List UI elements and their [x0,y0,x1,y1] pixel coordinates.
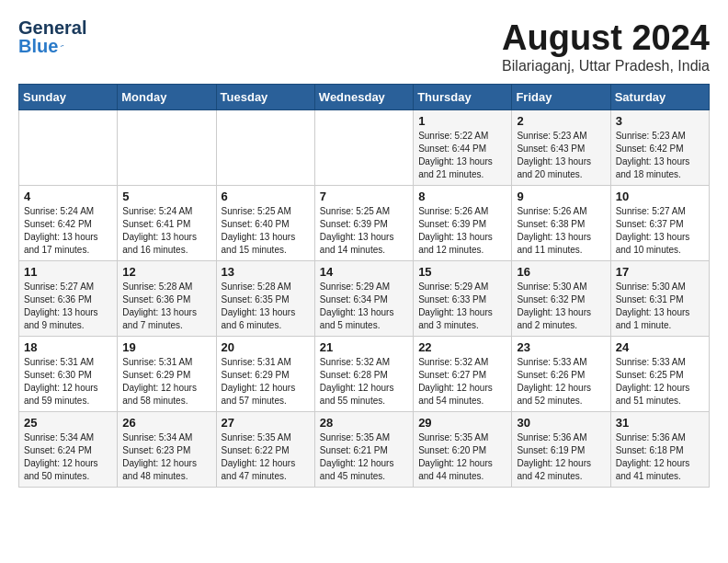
header: General Blue August 2024 Bilariaganj, Ut… [18,18,710,75]
calendar-cell: 2Sunrise: 5:23 AMSunset: 6:43 PMDaylight… [512,110,610,186]
day-number: 18 [24,340,112,354]
day-number: 2 [517,114,605,128]
day-info: Sunrise: 5:27 AMSunset: 6:37 PMDaylight:… [616,205,704,257]
calendar-cell: 18Sunrise: 5:31 AMSunset: 6:30 PMDayligh… [19,337,118,412]
day-info: Sunrise: 5:36 AMSunset: 6:18 PMDaylight:… [616,431,704,483]
day-number: 23 [517,340,605,354]
calendar-cell: 27Sunrise: 5:35 AMSunset: 6:22 PMDayligh… [216,412,314,488]
weekday-header-friday: Friday [512,85,610,110]
day-info: Sunrise: 5:32 AMSunset: 6:27 PMDaylight:… [418,356,506,408]
calendar-cell: 15Sunrise: 5:29 AMSunset: 6:33 PMDayligh… [414,261,512,337]
logo-bird-icon [60,38,64,54]
calendar-cell: 19Sunrise: 5:31 AMSunset: 6:29 PMDayligh… [118,337,216,412]
day-info: Sunrise: 5:25 AMSunset: 6:39 PMDaylight:… [320,205,408,257]
calendar-week-row: 11Sunrise: 5:27 AMSunset: 6:36 PMDayligh… [19,261,710,337]
calendar-cell [19,110,118,186]
day-info: Sunrise: 5:23 AMSunset: 6:42 PMDaylight:… [616,130,704,181]
day-info: Sunrise: 5:34 AMSunset: 6:23 PMDaylight:… [122,431,210,483]
calendar-cell: 20Sunrise: 5:31 AMSunset: 6:29 PMDayligh… [216,337,314,412]
weekday-header-wednesday: Wednesday [314,85,413,110]
day-number: 6 [222,190,310,203]
day-info: Sunrise: 5:23 AMSunset: 6:43 PMDaylight:… [517,130,605,181]
day-info: Sunrise: 5:31 AMSunset: 6:30 PMDaylight:… [24,356,112,408]
day-number: 27 [222,416,310,430]
day-info: Sunrise: 5:31 AMSunset: 6:29 PMDaylight:… [122,356,210,408]
day-number: 16 [517,265,605,279]
day-info: Sunrise: 5:24 AMSunset: 6:41 PMDaylight:… [122,205,210,257]
day-info: Sunrise: 5:35 AMSunset: 6:21 PMDaylight:… [320,431,408,483]
day-number: 3 [616,114,704,128]
calendar-cell: 4Sunrise: 5:24 AMSunset: 6:42 PMDaylight… [19,186,118,261]
day-number: 9 [517,190,605,203]
calendar-week-row: 1Sunrise: 5:22 AMSunset: 6:44 PMDaylight… [19,110,710,186]
day-number: 11 [24,265,112,279]
calendar-cell: 29Sunrise: 5:35 AMSunset: 6:20 PMDayligh… [414,412,512,488]
day-info: Sunrise: 5:30 AMSunset: 6:32 PMDaylight:… [517,281,605,332]
day-number: 12 [122,265,210,279]
day-info: Sunrise: 5:36 AMSunset: 6:19 PMDaylight:… [517,431,605,483]
day-number: 7 [320,190,408,203]
calendar-cell: 23Sunrise: 5:33 AMSunset: 6:26 PMDayligh… [512,337,610,412]
day-info: Sunrise: 5:22 AMSunset: 6:44 PMDaylight:… [418,130,506,181]
day-info: Sunrise: 5:26 AMSunset: 6:38 PMDaylight:… [517,205,605,257]
day-info: Sunrise: 5:25 AMSunset: 6:40 PMDaylight:… [222,205,310,257]
calendar-cell: 5Sunrise: 5:24 AMSunset: 6:41 PMDaylight… [118,186,216,261]
calendar-cell: 24Sunrise: 5:33 AMSunset: 6:25 PMDayligh… [610,337,709,412]
calendar-cell: 26Sunrise: 5:34 AMSunset: 6:23 PMDayligh… [118,412,216,488]
day-info: Sunrise: 5:35 AMSunset: 6:20 PMDaylight:… [418,431,506,483]
weekday-header-thursday: Thursday [414,85,512,110]
calendar-week-row: 18Sunrise: 5:31 AMSunset: 6:30 PMDayligh… [19,337,710,412]
calendar-cell: 17Sunrise: 5:30 AMSunset: 6:31 PMDayligh… [610,261,709,337]
calendar-cell: 22Sunrise: 5:32 AMSunset: 6:27 PMDayligh… [414,337,512,412]
day-info: Sunrise: 5:33 AMSunset: 6:25 PMDaylight:… [616,356,704,408]
day-number: 10 [616,190,704,203]
day-info: Sunrise: 5:32 AMSunset: 6:28 PMDaylight:… [320,356,408,408]
calendar-cell: 30Sunrise: 5:36 AMSunset: 6:19 PMDayligh… [512,412,610,488]
day-number: 29 [418,416,506,430]
calendar-table: SundayMondayTuesdayWednesdayThursdayFrid… [18,84,710,488]
calendar-cell [216,110,314,186]
calendar-cell: 14Sunrise: 5:29 AMSunset: 6:34 PMDayligh… [314,261,413,337]
day-info: Sunrise: 5:30 AMSunset: 6:31 PMDaylight:… [616,281,704,332]
day-number: 1 [418,114,506,128]
calendar-cell: 16Sunrise: 5:30 AMSunset: 6:32 PMDayligh… [512,261,610,337]
day-number: 21 [320,340,408,354]
location-text: Bilariaganj, Uttar Pradesh, India [502,58,710,75]
day-info: Sunrise: 5:34 AMSunset: 6:24 PMDaylight:… [24,431,112,483]
calendar-cell: 1Sunrise: 5:22 AMSunset: 6:44 PMDaylight… [414,110,512,186]
day-info: Sunrise: 5:33 AMSunset: 6:26 PMDaylight:… [517,356,605,408]
weekday-header-monday: Monday [118,85,216,110]
logo: General Blue [18,18,64,55]
day-number: 26 [122,416,210,430]
calendar-cell: 7Sunrise: 5:25 AMSunset: 6:39 PMDaylight… [314,186,413,261]
day-number: 15 [418,265,506,279]
calendar-cell: 25Sunrise: 5:34 AMSunset: 6:24 PMDayligh… [19,412,118,488]
month-year-title: August 2024 [502,18,710,58]
day-info: Sunrise: 5:31 AMSunset: 6:29 PMDaylight:… [222,356,310,408]
calendar-cell: 21Sunrise: 5:32 AMSunset: 6:28 PMDayligh… [314,337,413,412]
calendar-cell: 12Sunrise: 5:28 AMSunset: 6:36 PMDayligh… [118,261,216,337]
day-info: Sunrise: 5:29 AMSunset: 6:34 PMDaylight:… [320,281,408,332]
weekday-header-saturday: Saturday [610,85,709,110]
calendar-cell: 31Sunrise: 5:36 AMSunset: 6:18 PMDayligh… [610,412,709,488]
day-number: 28 [320,416,408,430]
calendar-cell: 13Sunrise: 5:28 AMSunset: 6:35 PMDayligh… [216,261,314,337]
weekday-header-tuesday: Tuesday [216,85,314,110]
calendar-cell [118,110,216,186]
day-info: Sunrise: 5:26 AMSunset: 6:39 PMDaylight:… [418,205,506,257]
day-number: 13 [222,265,310,279]
calendar-cell: 3Sunrise: 5:23 AMSunset: 6:42 PMDaylight… [610,110,709,186]
day-number: 22 [418,340,506,354]
day-number: 4 [24,190,112,203]
day-number: 24 [616,340,704,354]
calendar-week-row: 4Sunrise: 5:24 AMSunset: 6:42 PMDaylight… [19,186,710,261]
day-info: Sunrise: 5:24 AMSunset: 6:42 PMDaylight:… [24,205,112,257]
calendar-cell: 6Sunrise: 5:25 AMSunset: 6:40 PMDaylight… [216,186,314,261]
day-info: Sunrise: 5:28 AMSunset: 6:35 PMDaylight:… [222,281,310,332]
day-number: 31 [616,416,704,430]
calendar-cell: 28Sunrise: 5:35 AMSunset: 6:21 PMDayligh… [314,412,413,488]
calendar-cell: 11Sunrise: 5:27 AMSunset: 6:36 PMDayligh… [19,261,118,337]
calendar-cell [314,110,413,186]
calendar-cell: 10Sunrise: 5:27 AMSunset: 6:37 PMDayligh… [610,186,709,261]
day-info: Sunrise: 5:35 AMSunset: 6:22 PMDaylight:… [222,431,310,483]
